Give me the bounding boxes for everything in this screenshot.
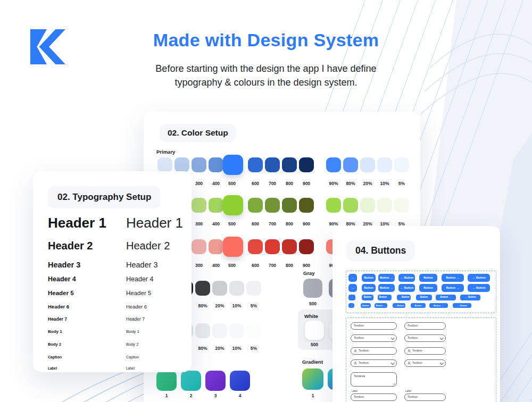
tint-swatch-green-80%	[343, 198, 358, 213]
arrow-icon: →	[465, 296, 468, 299]
color-swatch-green-500	[223, 195, 243, 215]
sample-button-arrow-label[interactable]: →Button	[453, 303, 471, 308]
color-swatch-red-300	[192, 239, 206, 254]
tint-swatch-green-5%	[394, 198, 409, 213]
tint-swatch-blue-5%	[394, 157, 409, 172]
color-swatch-blue-500	[223, 155, 243, 175]
arrow-icon: →	[449, 296, 452, 299]
sample-textbox-text[interactable]: Textbox	[404, 322, 446, 330]
sample-button-label-arrow[interactable]: Button→	[375, 303, 387, 308]
chevron-down-icon	[391, 336, 394, 339]
sample-button-label[interactable]: Button	[419, 274, 437, 282]
sample-textbox-labeled[interactable]: Textbox	[351, 393, 397, 401]
sample-button-arrow-label[interactable]: →Button	[468, 274, 490, 282]
color-swatch-red-900	[299, 239, 314, 254]
type-sample-regular-6: Header 6	[126, 304, 147, 309]
sample-button-label[interactable]: Button	[416, 295, 432, 300]
button-label: Button	[423, 277, 433, 280]
sample-button-label-arrow[interactable]: Button→	[378, 274, 395, 282]
sample-button-icon[interactable]: →	[348, 295, 355, 300]
type-sample-regular-3: Header 3	[126, 261, 158, 269]
sample-button-label-arrow[interactable]: Button→	[442, 284, 464, 292]
color-swatch-blue-400	[209, 157, 223, 172]
gray-section-label: Gray	[303, 270, 315, 276]
sample-button-label-arrow[interactable]: Button→	[378, 284, 395, 292]
sample-textbox-person[interactable]: Textbox	[351, 347, 397, 355]
gray-swatch-500	[303, 279, 322, 298]
swatch-label: 3	[204, 393, 227, 398]
type-sample-regular-5: Header 5	[126, 290, 151, 297]
resize-handle-icon[interactable]	[393, 383, 395, 385]
textbox-label: Textbox	[412, 362, 422, 365]
sample-textbox-person[interactable]: Textbox	[404, 347, 446, 355]
design-system-poster: Made with Design System Before starting …	[0, 0, 532, 402]
arrow-icon: →	[351, 305, 353, 307]
button-label: Button	[402, 296, 410, 299]
sample-button-label[interactable]: Button	[411, 303, 426, 308]
sample-button-icon[interactable]: →	[348, 274, 357, 282]
tint-swatch-black-80%	[195, 281, 210, 296]
sample-button-label[interactable]: Button	[362, 295, 373, 300]
color-swatch-green-600	[248, 198, 263, 213]
color-swatch-red-700	[265, 239, 280, 254]
sample-button-label[interactable]: Button	[362, 284, 376, 292]
button-label: Button	[376, 305, 383, 307]
sample-button-label[interactable]: Button	[361, 303, 371, 308]
swatch-label: 500	[220, 181, 244, 186]
sample-textbox-select[interactable]: Textbox	[404, 334, 446, 342]
color-swatch-red-800	[282, 239, 297, 254]
color-swatch-blue-800	[282, 157, 297, 172]
textbox-label: Textbox	[354, 324, 364, 328]
chevron-down-icon	[440, 361, 443, 364]
type-sample-regular-7: Header 7	[126, 317, 145, 322]
arrow-icon: →	[400, 277, 403, 280]
sample-button-arrow-label[interactable]: →Button	[398, 284, 415, 292]
sample-button-arrow-label[interactable]: →Button	[398, 274, 415, 282]
arrow-icon: →	[388, 296, 390, 299]
sample-textarea[interactable]: Textarea	[351, 372, 397, 387]
sample-button-arrow-label[interactable]: →Button	[393, 303, 405, 308]
type-sample-bold-1: Header 1	[48, 216, 106, 230]
person-icon	[354, 362, 357, 365]
sample-textbox-select[interactable]: Textbox	[351, 334, 397, 342]
arrow-icon: →	[384, 305, 386, 307]
sample-button-arrow-label[interactable]: →Button	[397, 295, 411, 300]
field-label: Label	[405, 390, 411, 393]
white-swatch-500	[305, 321, 324, 340]
numbered-swatch-2	[181, 371, 201, 391]
swatch-label: 900	[295, 221, 318, 227]
sample-textbox-labeled[interactable]: Textbox	[404, 393, 446, 401]
arrow-icon: →	[456, 287, 460, 290]
tint-swatch-black-10%	[229, 281, 244, 296]
sample-button-icon[interactable]: →	[348, 284, 357, 292]
tint-swatch-blue-20%	[360, 157, 375, 172]
arrow-icon: →	[472, 277, 475, 280]
sample-button-label[interactable]: Button	[362, 274, 376, 282]
swatch-label: 500	[220, 263, 244, 268]
sample-button-label-arrow[interactable]: Button→	[378, 295, 392, 300]
typography-card-badge: 02. Typography Setup	[48, 186, 161, 208]
numbered-swatch-1	[156, 371, 177, 391]
button-label: Button	[440, 296, 448, 299]
person-icon	[408, 362, 411, 365]
sample-textbox-text[interactable]: Textbox	[351, 322, 397, 330]
sample-textbox-person-select[interactable]: Textbox	[351, 359, 397, 367]
sample-button-arrow-label[interactable]: →Button	[460, 295, 480, 300]
textbox-label: Textbox	[359, 349, 369, 353]
color-swatch-blue-100	[157, 157, 172, 172]
sample-button-label-arrow[interactable]: Button→	[442, 274, 464, 282]
arrow-icon: →	[351, 287, 354, 290]
tint-swatch-blue-10%	[377, 157, 392, 172]
swatch-label: 5%	[390, 181, 413, 186]
sample-button-label-arrow[interactable]: Button→	[436, 295, 456, 300]
swatch-label: 4	[228, 393, 252, 398]
color-swatch-red-400	[209, 239, 223, 254]
sample-button-icon[interactable]: →	[348, 303, 354, 308]
arrow-icon: →	[351, 277, 354, 280]
sample-button-arrow-label[interactable]: →Button	[468, 284, 490, 292]
color-swatch-red-600	[248, 239, 263, 254]
color-swatch-green-900	[299, 198, 314, 213]
sample-textbox-person-select[interactable]: Textbox	[404, 359, 446, 367]
sample-button-label-arrow[interactable]: Button→	[429, 303, 448, 308]
sample-button-label[interactable]: Button	[419, 284, 437, 292]
